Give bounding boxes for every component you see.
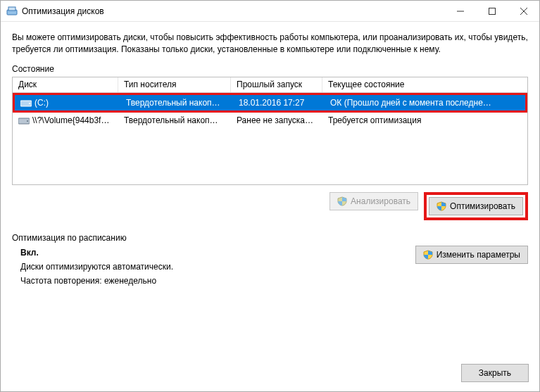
drive-row[interactable]: (C:) Твердотельный накоп… 18.01.2016 17:… [15, 95, 525, 110]
drive-name-text: \\?\Volume{944b3f… [32, 115, 109, 125]
intro-text: Вы можете оптимизировать диски, чтобы по… [12, 32, 528, 56]
maximize-button[interactable] [476, 1, 508, 21]
svg-point-9 [27, 120, 28, 122]
selected-row-highlight: (C:) Твердотельный накоп… 18.01.2016 17:… [13, 93, 527, 113]
schedule-text: Вкл. Диски оптимизируются автоматически.… [20, 246, 173, 289]
drive-state: Требуется оптимизация [322, 115, 527, 125]
change-settings-label: Изменить параметры [437, 250, 520, 260]
col-header-media[interactable]: Тип носителя [118, 77, 231, 92]
action-buttons: Анализировать Оптимизировать [12, 192, 528, 220]
drive-list-header: Диск Тип носителя Прошлый запуск Текущее… [13, 77, 527, 93]
window-buttons [444, 1, 539, 21]
svg-rect-3 [489, 8, 495, 14]
schedule-section: Оптимизация по расписанию Вкл. Диски опт… [12, 233, 528, 289]
drive-name-text: (C:) [34, 98, 49, 108]
titlebar: Оптимизация дисков [1, 1, 539, 22]
window-title: Оптимизация дисков [22, 6, 444, 16]
drive-state: ОК (Прошло дней с момента последне… [325, 98, 525, 108]
schedule-line1: Диски оптимизируются автоматически. [20, 260, 173, 274]
optimize-highlight: Оптимизировать [424, 192, 528, 220]
drive-row[interactable]: \\?\Volume{944b3f… Твердотельный накоп… … [13, 113, 527, 128]
col-header-state[interactable]: Текущее состояние [322, 77, 527, 92]
schedule-on: Вкл. [20, 246, 173, 260]
drive-icon [20, 99, 32, 107]
optimize-label: Оптимизировать [450, 201, 515, 211]
shield-icon [423, 250, 433, 260]
schedule-label: Оптимизация по расписанию [12, 233, 528, 243]
minimize-button[interactable] [444, 1, 476, 21]
svg-point-7 [29, 103, 30, 104]
col-header-last[interactable]: Прошлый запуск [231, 77, 322, 92]
drive-icon [18, 116, 30, 125]
col-header-disk[interactable]: Диск [13, 77, 118, 92]
analyze-label: Анализировать [351, 196, 410, 206]
schedule-line2: Частота повторения: еженедельно [20, 274, 173, 288]
shield-icon [437, 201, 446, 211]
close-row: Закрыть [461, 364, 529, 382]
drive-last: 18.01.2016 17:27 [233, 98, 325, 108]
status-label: Состояние [12, 64, 528, 74]
shield-icon [337, 196, 347, 206]
drive-list: Диск Тип носителя Прошлый запуск Текущее… [12, 77, 528, 185]
drive-media: Твердотельный накоп… [120, 98, 233, 108]
drive-media: Твердотельный накоп… [118, 115, 231, 125]
app-icon [6, 6, 18, 17]
svg-rect-1 [8, 7, 15, 11]
analyze-button: Анализировать [329, 192, 418, 210]
close-button[interactable] [508, 1, 539, 21]
optimize-button[interactable]: Оптимизировать [429, 197, 523, 215]
drive-last: Ранее не запуска… [231, 115, 322, 125]
content: Вы можете оптимизировать диски, чтобы по… [1, 22, 539, 310]
drive-name: (C:) [15, 98, 120, 108]
drive-rows: (C:) Твердотельный накоп… 18.01.2016 17:… [13, 93, 527, 184]
drive-name: \\?\Volume{944b3f… [13, 115, 118, 125]
change-settings-button[interactable]: Изменить параметры [415, 246, 528, 264]
close-dialog-button[interactable]: Закрыть [461, 364, 529, 382]
